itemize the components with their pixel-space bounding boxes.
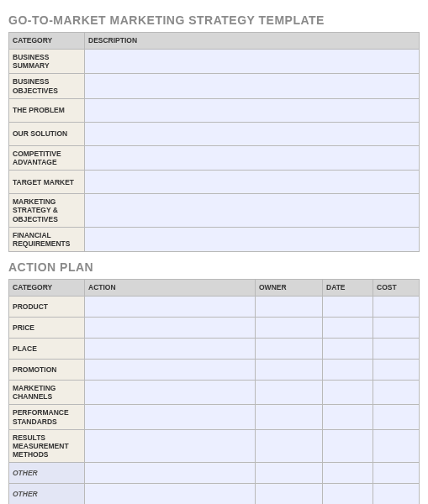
row-date-cell[interactable] xyxy=(323,318,373,339)
action-plan-heading: ACTION PLAN xyxy=(8,260,420,274)
strategy-header-row: CATEGORY DESCRIPTION xyxy=(9,33,420,50)
table-row: THE PROBLEM xyxy=(9,98,420,122)
row-description-cell[interactable] xyxy=(85,50,420,74)
strategy-header-description: DESCRIPTION xyxy=(85,33,420,50)
row-description-cell[interactable] xyxy=(85,227,420,251)
table-row: PROMOTION xyxy=(9,360,420,381)
row-category-label: TARGET MARKET xyxy=(9,171,85,194)
row-cost-cell[interactable] xyxy=(373,318,420,339)
action-header-action: ACTION xyxy=(85,280,256,297)
row-category-label: OTHER xyxy=(9,484,85,504)
row-owner-cell[interactable] xyxy=(256,318,323,339)
row-action-cell[interactable] xyxy=(85,339,256,360)
table-row: PERFORMANCE STANDARDS xyxy=(9,405,420,429)
table-row: PRODUCT xyxy=(9,297,420,318)
action-plan-table: CATEGORY ACTION OWNER DATE COST PRODUCTP… xyxy=(8,279,420,504)
row-date-cell[interactable] xyxy=(323,429,373,463)
action-header-category: CATEGORY xyxy=(9,280,85,297)
row-cost-cell[interactable] xyxy=(373,339,420,360)
row-category-label: PRODUCT xyxy=(9,297,85,318)
table-row: OUR SOLUTION xyxy=(9,122,420,145)
table-row: PRICE xyxy=(9,318,420,339)
row-cost-cell[interactable] xyxy=(373,297,420,318)
strategy-table: CATEGORY DESCRIPTION BUSINESS SUMMARYBUS… xyxy=(8,32,420,252)
row-cost-cell[interactable] xyxy=(373,360,420,381)
row-category-label: FINANCIAL REQUIREMENTS xyxy=(9,227,85,251)
row-category-label: BUSINESS SUMMARY xyxy=(9,50,85,74)
row-date-cell[interactable] xyxy=(323,405,373,429)
table-row: TARGET MARKET xyxy=(9,171,420,194)
table-row: RESULTS MEASUREMENT METHODS xyxy=(9,429,420,463)
row-owner-cell[interactable] xyxy=(256,339,323,360)
row-description-cell[interactable] xyxy=(85,194,420,228)
row-cost-cell[interactable] xyxy=(373,463,420,484)
row-owner-cell[interactable] xyxy=(256,381,323,405)
row-category-label: OUR SOLUTION xyxy=(9,122,85,145)
table-row: MARKETING STRATEGY & OBJECTIVES xyxy=(9,194,420,228)
row-category-label: PLACE xyxy=(9,339,85,360)
row-date-cell[interactable] xyxy=(323,463,373,484)
row-action-cell[interactable] xyxy=(85,429,256,463)
strategy-header-category: CATEGORY xyxy=(9,33,85,50)
table-row: OTHER xyxy=(9,463,420,484)
row-category-label: OTHER xyxy=(9,463,85,484)
row-cost-cell[interactable] xyxy=(373,484,420,504)
row-category-label: PERFORMANCE STANDARDS xyxy=(9,405,85,429)
row-date-cell[interactable] xyxy=(323,297,373,318)
row-description-cell[interactable] xyxy=(85,145,420,170)
row-description-cell[interactable] xyxy=(85,98,420,122)
row-category-label: MARKETING CHANNELS xyxy=(9,381,85,405)
row-owner-cell[interactable] xyxy=(256,484,323,504)
table-row: MARKETING CHANNELS xyxy=(9,381,420,405)
row-date-cell[interactable] xyxy=(323,381,373,405)
row-category-label: RESULTS MEASUREMENT METHODS xyxy=(9,429,85,463)
page-title: GO-TO-MARKET MARKETING STRATEGY TEMPLATE xyxy=(8,13,420,27)
table-row: FINANCIAL REQUIREMENTS xyxy=(9,227,420,251)
action-header-row: CATEGORY ACTION OWNER DATE COST xyxy=(9,280,420,297)
row-cost-cell[interactable] xyxy=(373,405,420,429)
row-action-cell[interactable] xyxy=(85,484,256,504)
row-date-cell[interactable] xyxy=(323,360,373,381)
row-owner-cell[interactable] xyxy=(256,463,323,484)
row-cost-cell[interactable] xyxy=(373,429,420,463)
table-row: OTHER xyxy=(9,484,420,504)
row-owner-cell[interactable] xyxy=(256,429,323,463)
row-action-cell[interactable] xyxy=(85,318,256,339)
row-category-label: PRICE xyxy=(9,318,85,339)
row-category-label: COMPETITIVE ADVANTAGE xyxy=(9,145,85,170)
row-category-label: THE PROBLEM xyxy=(9,98,85,122)
action-header-date: DATE xyxy=(323,280,373,297)
template-page: GO-TO-MARKET MARKETING STRATEGY TEMPLATE… xyxy=(0,0,428,504)
table-row: BUSINESS OBJECTIVES xyxy=(9,74,420,98)
row-action-cell[interactable] xyxy=(85,360,256,381)
table-row: PLACE xyxy=(9,339,420,360)
table-row: BUSINESS SUMMARY xyxy=(9,50,420,74)
row-cost-cell[interactable] xyxy=(373,381,420,405)
row-description-cell[interactable] xyxy=(85,171,420,194)
action-header-cost: COST xyxy=(373,280,420,297)
row-category-label: MARKETING STRATEGY & OBJECTIVES xyxy=(9,194,85,228)
row-action-cell[interactable] xyxy=(85,463,256,484)
row-category-label: PROMOTION xyxy=(9,360,85,381)
row-owner-cell[interactable] xyxy=(256,405,323,429)
row-description-cell[interactable] xyxy=(85,122,420,145)
row-action-cell[interactable] xyxy=(85,381,256,405)
row-category-label: BUSINESS OBJECTIVES xyxy=(9,74,85,98)
row-action-cell[interactable] xyxy=(85,405,256,429)
row-date-cell[interactable] xyxy=(323,339,373,360)
action-header-owner: OWNER xyxy=(256,280,323,297)
table-row: COMPETITIVE ADVANTAGE xyxy=(9,145,420,170)
row-date-cell[interactable] xyxy=(323,484,373,504)
row-description-cell[interactable] xyxy=(85,74,420,98)
row-action-cell[interactable] xyxy=(85,297,256,318)
row-owner-cell[interactable] xyxy=(256,360,323,381)
row-owner-cell[interactable] xyxy=(256,297,323,318)
